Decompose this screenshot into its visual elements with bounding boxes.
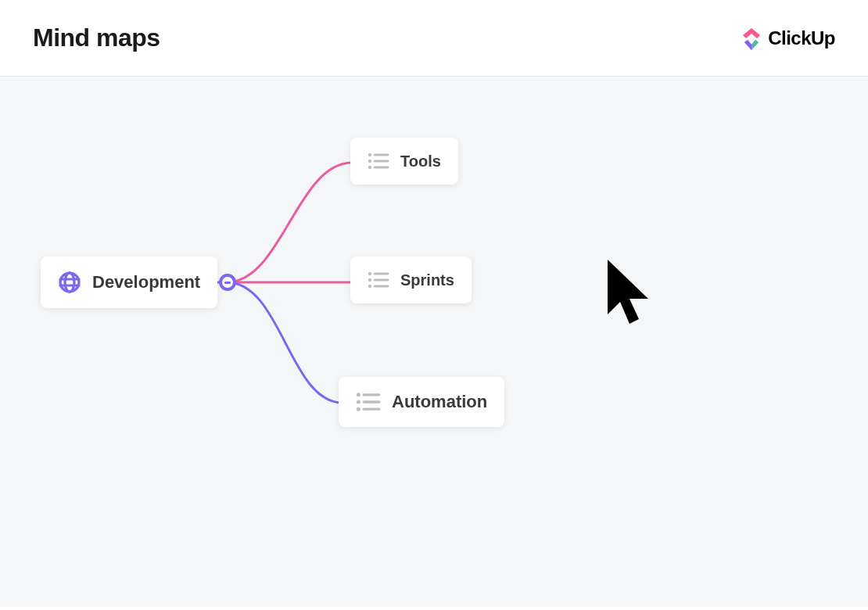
page-title: Mind maps bbox=[33, 23, 160, 52]
cursor-icon bbox=[606, 258, 653, 333]
svg-point-16 bbox=[357, 400, 360, 404]
svg-point-12 bbox=[368, 285, 371, 288]
brand-logo[interactable]: ClickUp bbox=[741, 27, 835, 50]
clickup-logo-icon bbox=[741, 27, 762, 50]
mindmap-child-node[interactable]: Tools bbox=[350, 138, 458, 185]
collapse-toggle[interactable] bbox=[219, 274, 236, 291]
header: Mind maps ClickUp bbox=[0, 0, 868, 77]
node-label: Automation bbox=[392, 392, 487, 412]
node-label: Sprints bbox=[400, 271, 454, 289]
list-icon bbox=[368, 271, 389, 289]
svg-point-18 bbox=[357, 407, 360, 411]
mindmap-child-node[interactable]: Sprints bbox=[350, 257, 472, 303]
brand-name: ClickUp bbox=[768, 27, 835, 49]
svg-point-2 bbox=[368, 153, 371, 156]
globe-icon bbox=[58, 271, 81, 294]
list-icon bbox=[356, 391, 381, 413]
svg-point-6 bbox=[368, 166, 371, 169]
svg-point-14 bbox=[357, 393, 360, 396]
mindmap-root-node[interactable]: Development bbox=[41, 257, 217, 308]
svg-point-8 bbox=[368, 272, 371, 275]
node-label: Tools bbox=[400, 152, 441, 170]
svg-point-4 bbox=[368, 160, 371, 163]
mindmap-child-node[interactable]: Automation bbox=[339, 377, 504, 427]
list-icon bbox=[368, 152, 389, 170]
node-label: Development bbox=[92, 272, 200, 292]
mindmap-canvas[interactable]: Development Tools Spri bbox=[0, 77, 868, 607]
svg-point-10 bbox=[368, 278, 371, 282]
